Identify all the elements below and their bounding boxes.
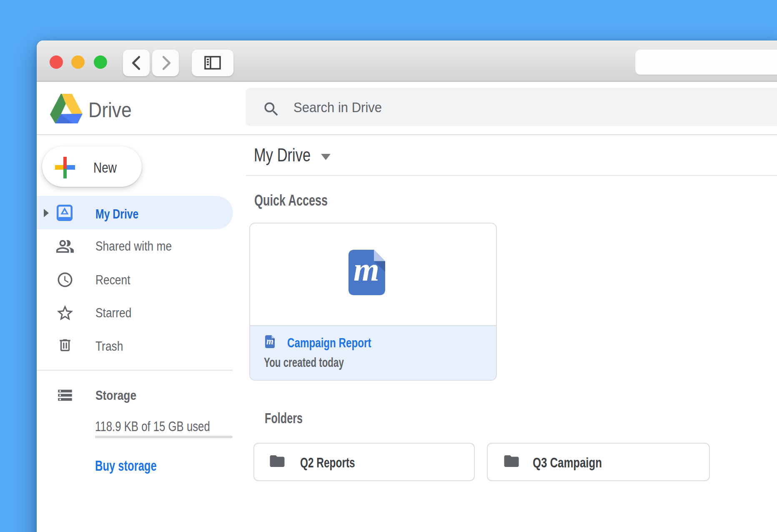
svg-text:m: m xyxy=(353,251,379,288)
svg-text:m: m xyxy=(266,336,273,346)
